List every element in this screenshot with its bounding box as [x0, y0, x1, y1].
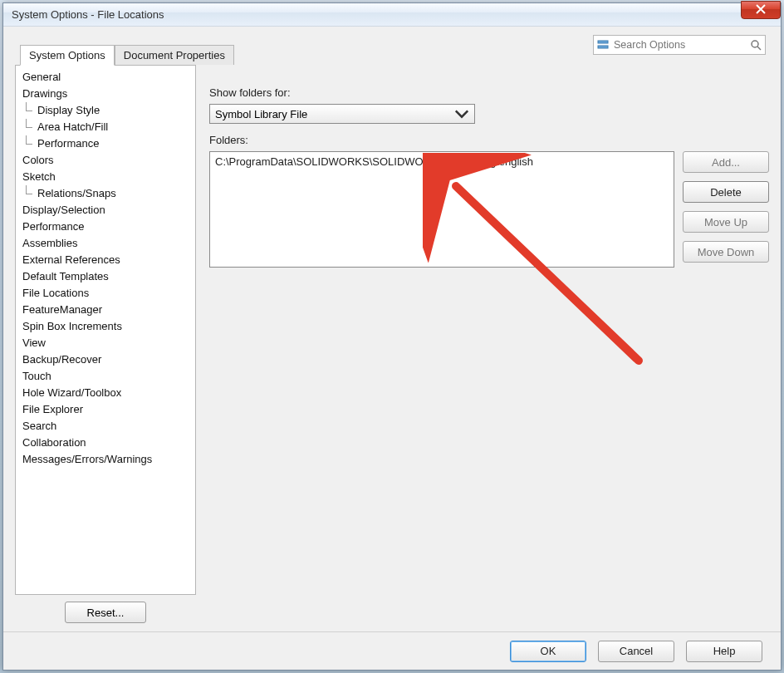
ok-button[interactable]: OK: [510, 641, 586, 662]
tree-item[interactable]: Performance: [17, 219, 194, 235]
chevron-down-icon: [454, 106, 469, 121]
window-title: System Options - File Locations: [12, 8, 164, 21]
dialog-window: System Options - File Locations System O…: [2, 2, 782, 671]
close-icon: [756, 4, 766, 17]
tree-item[interactable]: Colors: [17, 152, 194, 169]
tree-item[interactable]: Spin Box Increments: [17, 318, 194, 335]
move-up-button[interactable]: Move Up: [683, 211, 769, 233]
tab-system-options[interactable]: System Options: [20, 45, 115, 66]
tab-bar: System Options Document Properties: [20, 45, 769, 65]
cancel-button[interactable]: Cancel: [598, 641, 674, 662]
titlebar: System Options - File Locations: [3, 3, 781, 27]
tree-item[interactable]: View: [17, 335, 194, 351]
close-button[interactable]: [741, 1, 781, 19]
tree-item[interactable]: Sketch: [17, 169, 194, 185]
tree-item[interactable]: File Locations: [17, 285, 194, 302]
show-folders-for-label: Show folders for:: [209, 86, 769, 99]
folders-label: Folders:: [209, 134, 769, 146]
tree-item[interactable]: Search: [17, 418, 194, 435]
tree-item[interactable]: Messages/Errors/Warnings: [17, 451, 194, 468]
tree-item[interactable]: Area Hatch/Fill: [17, 119, 194, 135]
tree-item[interactable]: Touch: [17, 368, 194, 385]
tree-item[interactable]: Display/Selection: [17, 202, 194, 219]
tree-item[interactable]: Drawings: [17, 86, 194, 102]
move-down-button[interactable]: Move Down: [683, 241, 769, 263]
tab-document-properties[interactable]: Document Properties: [115, 45, 234, 65]
tree-item[interactable]: File Explorer: [17, 401, 194, 418]
tree-item[interactable]: Performance: [17, 135, 194, 152]
show-folders-for-dropdown[interactable]: Symbol Library File: [209, 104, 475, 124]
tree-item[interactable]: General: [17, 69, 194, 86]
reset-button[interactable]: Reset...: [65, 602, 146, 623]
tree-item[interactable]: Assemblies: [17, 235, 194, 252]
tree-item[interactable]: Display Style: [17, 102, 194, 119]
tab-label: System Options: [29, 49, 105, 61]
tree-item[interactable]: Hole Wizard/Toolbox: [17, 385, 194, 401]
tree-item[interactable]: FeatureManager: [17, 302, 194, 318]
tree-item[interactable]: Backup/Recover: [17, 351, 194, 368]
help-button[interactable]: Help: [686, 641, 762, 662]
dropdown-value: Symbol Library File: [215, 108, 307, 120]
dialog-button-bar: OK Cancel Help: [3, 631, 781, 670]
tree-item[interactable]: External References: [17, 252, 194, 268]
tree-item[interactable]: Collaboration: [17, 435, 194, 451]
tree-item[interactable]: Relations/Snaps: [17, 185, 194, 202]
add-button[interactable]: Add...: [683, 151, 769, 173]
options-tree[interactable]: GeneralDrawingsDisplay StyleArea Hatch/F…: [15, 65, 196, 595]
tab-label: Document Properties: [124, 49, 225, 61]
tree-item[interactable]: Default Templates: [17, 268, 194, 285]
folders-listbox[interactable]: C:\ProgramData\SOLIDWORKS\SOLIDWORKS 201…: [209, 151, 674, 268]
folder-path-item[interactable]: C:\ProgramData\SOLIDWORKS\SOLIDWORKS 201…: [215, 155, 669, 168]
delete-button[interactable]: Delete: [683, 181, 769, 203]
